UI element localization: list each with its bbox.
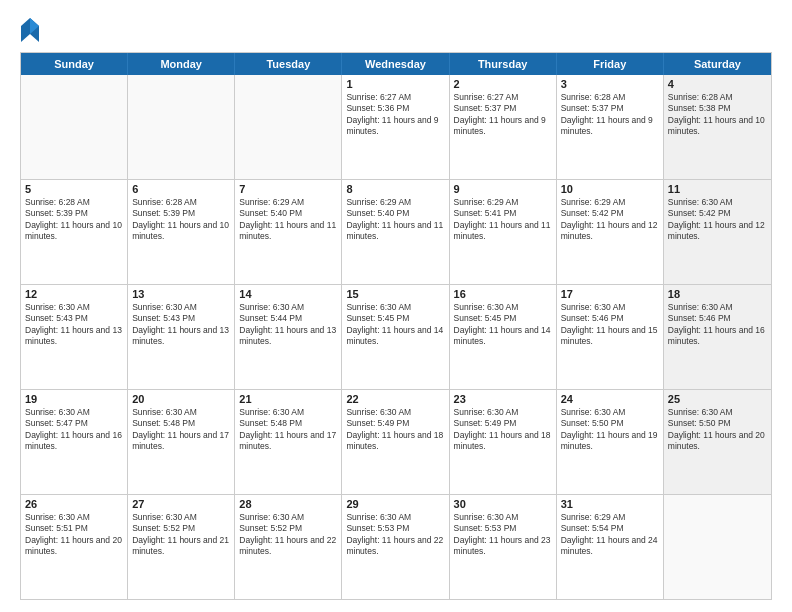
day-number: 26	[25, 498, 123, 510]
calendar: SundayMondayTuesdayWednesdayThursdayFrid…	[20, 52, 772, 600]
calendar-cell: 7Sunrise: 6:29 AM Sunset: 5:40 PM Daylig…	[235, 180, 342, 284]
cell-info: Sunrise: 6:30 AM Sunset: 5:51 PM Dayligh…	[25, 512, 122, 556]
calendar-cell: 14Sunrise: 6:30 AM Sunset: 5:44 PM Dayli…	[235, 285, 342, 389]
day-number: 10	[561, 183, 659, 195]
cell-info: Sunrise: 6:30 AM Sunset: 5:45 PM Dayligh…	[454, 302, 551, 346]
day-number: 4	[668, 78, 767, 90]
day-number: 27	[132, 498, 230, 510]
calendar-cell: 27Sunrise: 6:30 AM Sunset: 5:52 PM Dayli…	[128, 495, 235, 599]
day-number: 29	[346, 498, 444, 510]
calendar-cell: 31Sunrise: 6:29 AM Sunset: 5:54 PM Dayli…	[557, 495, 664, 599]
cell-info: Sunrise: 6:30 AM Sunset: 5:45 PM Dayligh…	[346, 302, 443, 346]
day-number: 23	[454, 393, 552, 405]
cell-info: Sunrise: 6:29 AM Sunset: 5:40 PM Dayligh…	[239, 197, 336, 241]
calendar-cell: 4Sunrise: 6:28 AM Sunset: 5:38 PM Daylig…	[664, 75, 771, 179]
cell-info: Sunrise: 6:28 AM Sunset: 5:38 PM Dayligh…	[668, 92, 765, 136]
day-number: 8	[346, 183, 444, 195]
logo	[20, 18, 39, 42]
weekday-header: Saturday	[664, 53, 771, 75]
day-number: 19	[25, 393, 123, 405]
day-number: 16	[454, 288, 552, 300]
cell-info: Sunrise: 6:30 AM Sunset: 5:48 PM Dayligh…	[239, 407, 336, 451]
day-number: 24	[561, 393, 659, 405]
weekday-header: Tuesday	[235, 53, 342, 75]
day-number: 1	[346, 78, 444, 90]
calendar-body: 1Sunrise: 6:27 AM Sunset: 5:36 PM Daylig…	[21, 75, 771, 599]
calendar-cell: 5Sunrise: 6:28 AM Sunset: 5:39 PM Daylig…	[21, 180, 128, 284]
calendar-cell: 13Sunrise: 6:30 AM Sunset: 5:43 PM Dayli…	[128, 285, 235, 389]
day-number: 2	[454, 78, 552, 90]
cell-info: Sunrise: 6:30 AM Sunset: 5:52 PM Dayligh…	[132, 512, 229, 556]
cell-info: Sunrise: 6:30 AM Sunset: 5:46 PM Dayligh…	[561, 302, 658, 346]
calendar-row: 5Sunrise: 6:28 AM Sunset: 5:39 PM Daylig…	[21, 179, 771, 284]
calendar-cell	[21, 75, 128, 179]
calendar-cell: 11Sunrise: 6:30 AM Sunset: 5:42 PM Dayli…	[664, 180, 771, 284]
cell-info: Sunrise: 6:29 AM Sunset: 5:54 PM Dayligh…	[561, 512, 658, 556]
day-number: 12	[25, 288, 123, 300]
cell-info: Sunrise: 6:30 AM Sunset: 5:43 PM Dayligh…	[25, 302, 122, 346]
cell-info: Sunrise: 6:27 AM Sunset: 5:37 PM Dayligh…	[454, 92, 546, 136]
calendar-cell: 28Sunrise: 6:30 AM Sunset: 5:52 PM Dayli…	[235, 495, 342, 599]
cell-info: Sunrise: 6:30 AM Sunset: 5:48 PM Dayligh…	[132, 407, 229, 451]
calendar-cell: 25Sunrise: 6:30 AM Sunset: 5:50 PM Dayli…	[664, 390, 771, 494]
weekday-header: Friday	[557, 53, 664, 75]
calendar-header: SundayMondayTuesdayWednesdayThursdayFrid…	[21, 53, 771, 75]
cell-info: Sunrise: 6:28 AM Sunset: 5:37 PM Dayligh…	[561, 92, 653, 136]
day-number: 25	[668, 393, 767, 405]
cell-info: Sunrise: 6:28 AM Sunset: 5:39 PM Dayligh…	[132, 197, 229, 241]
day-number: 17	[561, 288, 659, 300]
cell-info: Sunrise: 6:29 AM Sunset: 5:41 PM Dayligh…	[454, 197, 551, 241]
calendar-cell: 9Sunrise: 6:29 AM Sunset: 5:41 PM Daylig…	[450, 180, 557, 284]
cell-info: Sunrise: 6:30 AM Sunset: 5:50 PM Dayligh…	[561, 407, 658, 451]
day-number: 31	[561, 498, 659, 510]
calendar-cell: 30Sunrise: 6:30 AM Sunset: 5:53 PM Dayli…	[450, 495, 557, 599]
calendar-cell: 15Sunrise: 6:30 AM Sunset: 5:45 PM Dayli…	[342, 285, 449, 389]
weekday-header: Thursday	[450, 53, 557, 75]
day-number: 21	[239, 393, 337, 405]
day-number: 6	[132, 183, 230, 195]
calendar-row: 12Sunrise: 6:30 AM Sunset: 5:43 PM Dayli…	[21, 284, 771, 389]
cell-info: Sunrise: 6:30 AM Sunset: 5:49 PM Dayligh…	[346, 407, 443, 451]
day-number: 7	[239, 183, 337, 195]
cell-info: Sunrise: 6:29 AM Sunset: 5:40 PM Dayligh…	[346, 197, 443, 241]
calendar-cell: 3Sunrise: 6:28 AM Sunset: 5:37 PM Daylig…	[557, 75, 664, 179]
day-number: 11	[668, 183, 767, 195]
cell-info: Sunrise: 6:27 AM Sunset: 5:36 PM Dayligh…	[346, 92, 438, 136]
cell-info: Sunrise: 6:29 AM Sunset: 5:42 PM Dayligh…	[561, 197, 658, 241]
weekday-header: Wednesday	[342, 53, 449, 75]
cell-info: Sunrise: 6:30 AM Sunset: 5:47 PM Dayligh…	[25, 407, 122, 451]
cell-info: Sunrise: 6:28 AM Sunset: 5:39 PM Dayligh…	[25, 197, 122, 241]
page-header	[20, 18, 772, 42]
day-number: 28	[239, 498, 337, 510]
weekday-header: Monday	[128, 53, 235, 75]
cell-info: Sunrise: 6:30 AM Sunset: 5:50 PM Dayligh…	[668, 407, 765, 451]
cell-info: Sunrise: 6:30 AM Sunset: 5:53 PM Dayligh…	[454, 512, 551, 556]
day-number: 9	[454, 183, 552, 195]
day-number: 3	[561, 78, 659, 90]
day-number: 5	[25, 183, 123, 195]
cell-info: Sunrise: 6:30 AM Sunset: 5:46 PM Dayligh…	[668, 302, 765, 346]
calendar-cell: 10Sunrise: 6:29 AM Sunset: 5:42 PM Dayli…	[557, 180, 664, 284]
calendar-cell: 1Sunrise: 6:27 AM Sunset: 5:36 PM Daylig…	[342, 75, 449, 179]
day-number: 14	[239, 288, 337, 300]
calendar-cell	[664, 495, 771, 599]
weekday-header: Sunday	[21, 53, 128, 75]
calendar-row: 19Sunrise: 6:30 AM Sunset: 5:47 PM Dayli…	[21, 389, 771, 494]
calendar-cell: 19Sunrise: 6:30 AM Sunset: 5:47 PM Dayli…	[21, 390, 128, 494]
calendar-cell: 6Sunrise: 6:28 AM Sunset: 5:39 PM Daylig…	[128, 180, 235, 284]
day-number: 30	[454, 498, 552, 510]
day-number: 18	[668, 288, 767, 300]
day-number: 22	[346, 393, 444, 405]
calendar-cell: 18Sunrise: 6:30 AM Sunset: 5:46 PM Dayli…	[664, 285, 771, 389]
calendar-cell: 17Sunrise: 6:30 AM Sunset: 5:46 PM Dayli…	[557, 285, 664, 389]
calendar-row: 1Sunrise: 6:27 AM Sunset: 5:36 PM Daylig…	[21, 75, 771, 179]
cell-info: Sunrise: 6:30 AM Sunset: 5:49 PM Dayligh…	[454, 407, 551, 451]
calendar-cell: 23Sunrise: 6:30 AM Sunset: 5:49 PM Dayli…	[450, 390, 557, 494]
day-number: 15	[346, 288, 444, 300]
calendar-cell	[128, 75, 235, 179]
calendar-cell: 12Sunrise: 6:30 AM Sunset: 5:43 PM Dayli…	[21, 285, 128, 389]
logo-icon	[21, 18, 39, 42]
cell-info: Sunrise: 6:30 AM Sunset: 5:44 PM Dayligh…	[239, 302, 336, 346]
calendar-cell: 8Sunrise: 6:29 AM Sunset: 5:40 PM Daylig…	[342, 180, 449, 284]
calendar-page: SundayMondayTuesdayWednesdayThursdayFrid…	[0, 0, 792, 612]
